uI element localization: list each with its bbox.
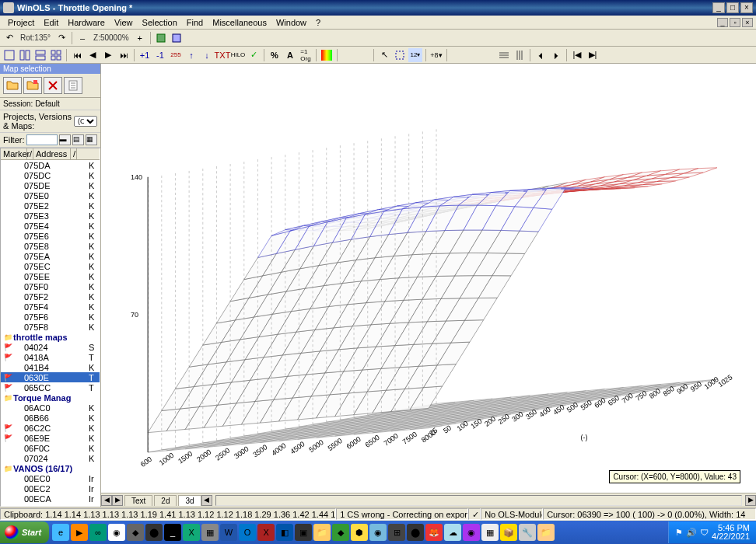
task-app13-icon[interactable]: ☁ xyxy=(444,524,461,541)
3d-surface-chart[interactable]: 7014060010001500200025003000350040004500… xyxy=(101,64,756,493)
tree-row[interactable]: 075F2K xyxy=(1,291,100,302)
tree-row[interactable]: 075DAK xyxy=(1,160,100,170)
tree-row[interactable]: 00EC2Ir xyxy=(1,483,100,493)
maximize-button[interactable]: □ xyxy=(726,2,739,13)
nav-down-icon[interactable]: ↓ xyxy=(200,48,214,62)
nav-up-icon[interactable]: ↑ xyxy=(184,48,198,62)
system-tray[interactable]: ⚑ 🔊 🛡 5:46 PM 4/22/2021 xyxy=(668,521,756,543)
menu-window[interactable]: Window xyxy=(271,17,311,28)
col-address[interactable]: Address xyxy=(33,148,71,159)
task-excel-icon[interactable]: X xyxy=(183,524,200,541)
task-arduino-icon[interactable]: ∞ xyxy=(89,524,107,541)
nav-prev-icon[interactable]: ◀ xyxy=(86,48,100,62)
skip-fwd-icon[interactable]: ▶| xyxy=(586,48,600,62)
view-3-icon[interactable] xyxy=(33,48,47,62)
tree-row[interactable]: 075F6K xyxy=(1,312,100,322)
mdi-close[interactable]: × xyxy=(742,18,753,27)
nav-first-icon[interactable]: ⏮ xyxy=(70,48,84,62)
view-4-icon[interactable] xyxy=(49,48,63,62)
tray-icon-1[interactable]: ⚑ xyxy=(675,528,683,538)
view-1-icon[interactable] xyxy=(2,48,16,62)
tree-row[interactable]: 075DEK xyxy=(1,180,100,190)
abs-icon[interactable]: A xyxy=(283,48,297,62)
task-app7-icon[interactable]: ◆ xyxy=(332,524,349,541)
tree-row[interactable]: 075E8K xyxy=(1,241,100,251)
task-app2-icon[interactable]: ⬤ xyxy=(145,524,163,541)
tray-clock[interactable]: 5:46 PM 4/22/2021 xyxy=(712,524,750,541)
task-app1-icon[interactable]: ◆ xyxy=(127,524,144,541)
tab-text[interactable]: Text xyxy=(124,495,152,506)
text-icon[interactable]: TXT xyxy=(215,48,229,62)
tab-scroll-left[interactable]: ◀ xyxy=(101,495,112,506)
grid-a-icon[interactable] xyxy=(497,48,511,62)
tray-icon-2[interactable]: 🔊 xyxy=(686,528,697,538)
tree-row[interactable]: 06F0CK xyxy=(1,443,100,453)
tree-row[interactable]: 🚩04024S xyxy=(1,342,100,352)
menu-help[interactable]: ? xyxy=(311,17,325,28)
projects-select[interactable]: (Ctrl) xyxy=(74,116,97,127)
task-chrome-icon[interactable]: ◉ xyxy=(108,524,125,541)
tool-b[interactable] xyxy=(170,31,184,45)
map-tree[interactable]: Marker / Address / 075DAK075DCK075DEK075… xyxy=(0,148,100,507)
tree-row[interactable]: 075E6K xyxy=(1,231,100,241)
inc-small-icon[interactable]: +1 xyxy=(138,48,152,62)
delete-icon[interactable] xyxy=(44,77,62,94)
open-folder-icon[interactable] xyxy=(3,77,22,94)
color-icon[interactable] xyxy=(320,48,334,62)
menu-project[interactable]: Project xyxy=(3,17,39,28)
task-app3-icon[interactable]: ▦ xyxy=(201,524,219,541)
menu-edit[interactable]: Edit xyxy=(39,17,63,28)
filter-input[interactable] xyxy=(26,134,58,145)
tree-row[interactable]: 🚩0630ET xyxy=(1,372,100,382)
plus8-icon[interactable]: +8▾ xyxy=(429,48,443,62)
menu-find[interactable]: Find xyxy=(182,17,208,28)
value-255[interactable]: 255 xyxy=(169,48,183,62)
tree-row[interactable]: 🚩0418AT xyxy=(1,352,100,362)
tree-row[interactable]: 06B66K xyxy=(1,413,100,423)
task-app4-icon[interactable]: X xyxy=(257,524,275,541)
task-app5-icon[interactable]: ◧ xyxy=(276,524,293,541)
arrow-tool-icon[interactable]: ↖ xyxy=(377,48,391,62)
hscroll-right[interactable]: ▶ xyxy=(745,495,756,506)
properties-icon[interactable] xyxy=(64,77,82,94)
col-marker[interactable]: Marker xyxy=(1,148,27,159)
nav-next-icon[interactable]: ▶ xyxy=(101,48,115,62)
task-app11-icon[interactable]: ⬤ xyxy=(407,524,424,541)
tree-row[interactable]: 075F4K xyxy=(1,302,100,312)
mdi-minimize[interactable]: _ xyxy=(717,18,728,27)
start-button[interactable]: Start xyxy=(0,521,49,543)
task-app6-icon[interactable]: ▣ xyxy=(295,524,312,541)
task-app10-icon[interactable]: ⊞ xyxy=(388,524,405,541)
orig-icon[interactable]: =1Org xyxy=(299,48,313,62)
tree-row[interactable]: 075F8K xyxy=(1,322,100,332)
tree-row[interactable]: 075E0K xyxy=(1,190,100,201)
task-ie-icon[interactable]: e xyxy=(52,524,69,541)
status-toggle[interactable]: ✓ xyxy=(468,508,481,520)
step-back-icon[interactable]: ⏴ xyxy=(534,48,548,62)
open-map-icon[interactable] xyxy=(23,77,42,94)
tree-row[interactable]: 075E3K xyxy=(1,211,100,221)
task-cmd-icon[interactable]: _ xyxy=(164,524,181,541)
task-word-icon[interactable]: W xyxy=(220,524,237,541)
hscroll-left[interactable]: ◀ xyxy=(201,495,212,506)
check-icon[interactable]: ✓ xyxy=(247,48,261,62)
zoom-out-icon[interactable]: – xyxy=(75,31,89,45)
task-app16-icon[interactable]: 📦 xyxy=(500,524,517,541)
task-explorer-icon[interactable]: 📁 xyxy=(313,524,331,541)
filter-mode-2[interactable]: ▤ xyxy=(72,134,84,145)
task-app18-icon[interactable]: 📁 xyxy=(537,524,555,541)
tool-a[interactable] xyxy=(154,31,168,45)
tree-row[interactable]: 07024K xyxy=(1,453,100,463)
task-app12-icon[interactable]: 🦊 xyxy=(425,524,443,541)
task-app15-icon[interactable]: ▦ xyxy=(481,524,499,541)
task-app14-icon[interactable]: ◉ xyxy=(463,524,480,541)
step-fwd-icon[interactable]: ⏵ xyxy=(549,48,563,62)
close-button[interactable]: × xyxy=(740,2,753,13)
tree-row[interactable]: 00ECAIr xyxy=(1,493,100,504)
filter-clear[interactable]: ▦ xyxy=(86,134,97,145)
tree-row[interactable]: 075EEK xyxy=(1,271,100,281)
menu-view[interactable]: View xyxy=(110,17,138,28)
percent-icon[interactable]: % xyxy=(268,48,282,62)
nav-last-icon[interactable]: ⏭ xyxy=(117,48,131,62)
tree-row[interactable]: 075ECK xyxy=(1,261,100,271)
